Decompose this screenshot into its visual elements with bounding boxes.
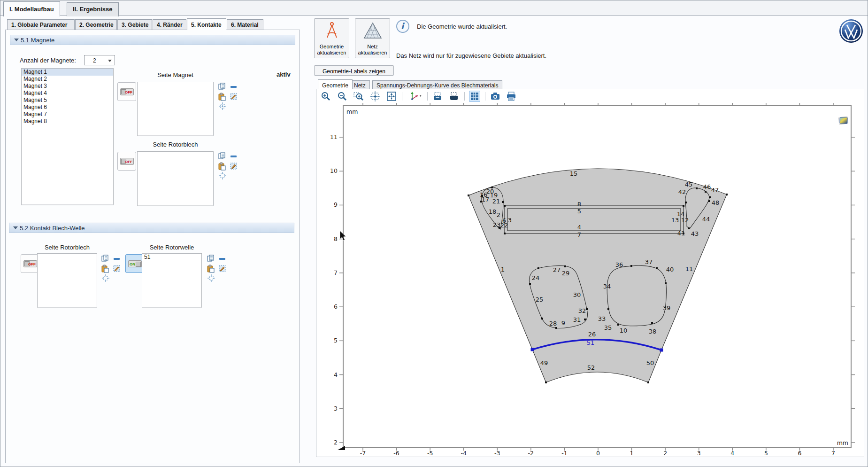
toolbar-separator (464, 92, 465, 101)
geometry-edge-label: 18 (489, 208, 497, 215)
geometrie-aktualisieren-button[interactable]: Geometrie aktualisieren (314, 18, 349, 58)
tab-modellaufbau[interactable]: I. Modellaufbau (3, 1, 60, 16)
magnet-list-item[interactable]: Magnet 4 (22, 90, 113, 97)
kontakt-rotorblech-listbox[interactable] (37, 253, 97, 308)
magnet-list-item[interactable]: Magnet 7 (22, 111, 113, 118)
svg-text:-3: -3 (494, 450, 500, 457)
geometrie-labels-button[interactable]: Geometrie-Labels zeigen (314, 65, 394, 76)
geometry-edge-label: 42 (678, 188, 686, 195)
copy-icon[interactable] (101, 254, 109, 263)
anzahl-dropdown[interactable]: 2 (84, 55, 115, 65)
export-image-icon[interactable] (432, 91, 443, 102)
vw-logo (839, 19, 863, 45)
zoom-box-icon[interactable] (353, 91, 364, 102)
remove-icon[interactable] (113, 255, 121, 264)
plot-tab-netz[interactable]: Netz (350, 80, 370, 89)
rotorwelle-list-item[interactable]: 51 (142, 254, 201, 261)
geometry-edge-label: 49 (540, 359, 548, 366)
geometry-edge-label: 34 (603, 283, 611, 290)
svg-text:5: 5 (334, 337, 338, 344)
magnet-list-item[interactable]: Magnet 8 (22, 118, 113, 125)
clear-selection-icon[interactable] (230, 93, 238, 101)
geometry-edge-label: 23 (493, 221, 501, 228)
grid-toggle-icon[interactable] (469, 91, 480, 102)
geometry-edge-label: 46 (703, 183, 711, 190)
magnet-list-item[interactable]: Magnet 6 (22, 104, 113, 111)
paste-icon[interactable] (207, 265, 215, 273)
geometry-edge-label: 29 (562, 270, 570, 277)
geometry-edge-label: 37 (645, 258, 653, 265)
seite-magnet-listbox[interactable] (137, 82, 214, 136)
kontakt-rotorwelle-toggle[interactable]: ON (125, 254, 144, 273)
section-magnete-header[interactable]: 5.1 Magnete (10, 35, 295, 45)
geometry-edge-label: 45 (685, 181, 693, 188)
copy-icon[interactable] (207, 254, 215, 263)
svg-text:1: 1 (630, 450, 634, 457)
magnet-list-item[interactable]: Magnet 1 (22, 69, 113, 76)
tab-geometrie[interactable]: 2. Geometrie (75, 19, 117, 30)
fit-view-icon[interactable] (386, 91, 397, 102)
svg-text:-2: -2 (528, 450, 534, 457)
section-kontakt-header[interactable]: 5.2 Kontakt Blech-Welle (9, 223, 294, 233)
tab-material[interactable]: 6. Material (227, 19, 263, 30)
view-orientation-icon[interactable] (407, 91, 423, 102)
zoom-out-icon[interactable] (337, 91, 348, 102)
remove-icon[interactable] (230, 83, 238, 92)
plot-thumbnail-icon[interactable] (838, 117, 848, 125)
svg-text:4: 4 (730, 450, 734, 457)
tab-globale-parameter[interactable]: 1. Globale Parameter (7, 19, 75, 30)
remove-icon[interactable] (230, 153, 238, 161)
netz-aktualisieren-button[interactable]: Netz aktualisieren (355, 18, 390, 58)
seite-rotorblech-toggle[interactable]: OFF (117, 152, 136, 171)
geometry-edge-label: 33 (598, 315, 606, 322)
remove-icon[interactable] (218, 255, 227, 264)
zoom-to-selection-icon[interactable] (207, 274, 215, 282)
paste-icon[interactable] (218, 162, 226, 171)
snapshot-camera-icon[interactable] (490, 91, 501, 102)
zoom-in-icon[interactable] (320, 91, 331, 102)
compass-icon (323, 21, 341, 40)
magnet-list-item[interactable]: Magnet 5 (22, 97, 113, 104)
export-image-dark-icon[interactable] (448, 91, 460, 102)
geometry-edge-label: 7 (577, 231, 581, 238)
magnet-list-item[interactable]: Magnet 2 (22, 76, 113, 83)
section-kontakt-title: 5.2 Kontakt Blech-Welle (20, 225, 85, 232)
clear-selection-icon[interactable] (113, 265, 121, 273)
geometry-edge-label: 24 (532, 274, 540, 281)
magnet-list-item[interactable]: Magnet 3 (22, 83, 113, 90)
main-tabbar: I. Modellaufbau II. Ergebnisse (0, 0, 868, 16)
section-magnete-title: 5.1 Magnete (21, 37, 54, 44)
geometry-edge-label: 50 (646, 359, 654, 366)
geometry-edge-label: 26 (588, 331, 596, 338)
kontakt-rotorblech-title: Seite Rotorblech (37, 244, 97, 251)
copy-icon[interactable] (218, 82, 226, 91)
paste-icon[interactable] (101, 265, 109, 273)
seite-rotorblech-listbox[interactable] (137, 151, 214, 206)
kontakt-rotorwelle-listbox[interactable]: 51 (142, 253, 202, 308)
print-icon[interactable] (506, 91, 517, 102)
tab-ergebnisse[interactable]: II. Ergebnisse (67, 2, 119, 16)
paste-icon[interactable] (218, 93, 226, 101)
magnet-list[interactable]: Magnet 1Magnet 2Magnet 3Magnet 4Magnet 5… (21, 68, 114, 205)
zoom-extents-icon[interactable] (369, 91, 381, 102)
seite-rotorblech-title: Seite Rotorblech (137, 141, 214, 148)
zoom-to-selection-icon[interactable] (218, 171, 227, 180)
clear-selection-icon[interactable] (218, 265, 227, 273)
zoom-to-selection-icon[interactable] (218, 102, 227, 110)
tab-raender[interactable]: 4. Ränder (153, 19, 186, 30)
tab-kontakte[interactable]: 5. Kontakte (187, 18, 226, 30)
left-panel: 5.1 Magnete Anzahl der Magnete: 2 Magnet… (5, 30, 300, 463)
copy-icon[interactable] (218, 152, 226, 160)
zoom-to-selection-icon[interactable] (101, 274, 110, 282)
anzahl-value: 2 (93, 57, 96, 64)
plot-tab-spannungs-kurve[interactable]: Spannungs-Dehnungs-Kurve des Blechmateri… (372, 80, 502, 89)
plot-tab-geometrie[interactable]: Geometrie (318, 79, 353, 89)
clear-selection-icon[interactable] (230, 162, 238, 171)
geometry-edge-label: 44 (702, 216, 710, 223)
geometry-edge-label: 4 (577, 224, 581, 231)
seite-magnet-toggle[interactable]: OFF (117, 82, 136, 101)
geometry-edge-label: 51 (587, 339, 595, 346)
tab-gebiete[interactable]: 3. Gebiete (117, 19, 152, 30)
geometry-plot[interactable]: -7-6-5-4-3-2-101234567234567891011 mm mm… (316, 102, 864, 457)
kontakt-rotorblech-toggle[interactable]: OFF (21, 254, 39, 273)
